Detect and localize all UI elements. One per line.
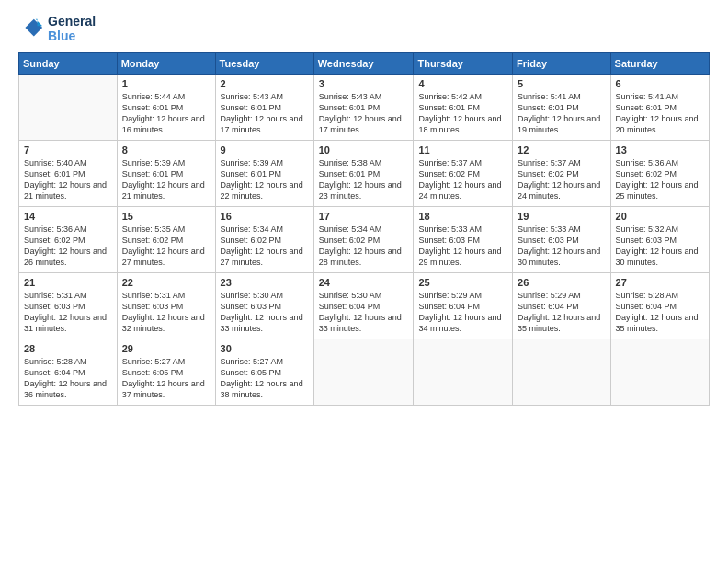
day-number: 5: [518, 78, 605, 89]
calendar-cell: 12Sunrise: 5:37 AM Sunset: 6:02 PM Dayli…: [513, 141, 610, 207]
day-info: Sunrise: 5:27 AM Sunset: 6:05 PM Dayligh…: [122, 356, 210, 401]
calendar-cell: [513, 339, 610, 406]
calendar-cell: 24Sunrise: 5:30 AM Sunset: 6:04 PM Dayli…: [313, 273, 414, 339]
logo-text: General Blue: [48, 14, 96, 43]
day-info: Sunrise: 5:44 AM Sunset: 6:01 PM Dayligh…: [122, 91, 210, 136]
day-info: Sunrise: 5:33 AM Sunset: 6:03 PM Dayligh…: [518, 224, 605, 269]
calendar-cell: 7Sunrise: 5:40 AM Sunset: 6:01 PM Daylig…: [19, 141, 118, 207]
day-number: 13: [616, 144, 704, 155]
day-info: Sunrise: 5:29 AM Sunset: 6:04 PM Dayligh…: [418, 290, 507, 335]
calendar-cell: 28Sunrise: 5:28 AM Sunset: 6:04 PM Dayli…: [19, 339, 118, 406]
day-number: 21: [24, 277, 112, 288]
day-info: Sunrise: 5:30 AM Sunset: 6:03 PM Dayligh…: [221, 290, 309, 335]
day-info: Sunrise: 5:34 AM Sunset: 6:02 PM Dayligh…: [221, 224, 309, 269]
day-info: Sunrise: 5:36 AM Sunset: 6:02 PM Dayligh…: [24, 224, 112, 269]
calendar-cell: 8Sunrise: 5:39 AM Sunset: 6:01 PM Daylig…: [117, 141, 215, 207]
weekday-header: Wednesday: [313, 53, 414, 75]
day-number: 22: [122, 277, 210, 288]
weekday-header: Saturday: [610, 53, 709, 75]
day-info: Sunrise: 5:43 AM Sunset: 6:01 PM Dayligh…: [221, 91, 309, 136]
day-number: 2: [221, 78, 309, 89]
day-info: Sunrise: 5:32 AM Sunset: 6:03 PM Dayligh…: [616, 224, 704, 269]
calendar-cell: 23Sunrise: 5:30 AM Sunset: 6:03 PM Dayli…: [215, 273, 313, 339]
calendar-cell: 16Sunrise: 5:34 AM Sunset: 6:02 PM Dayli…: [215, 207, 313, 273]
day-number: 11: [418, 144, 507, 155]
day-number: 12: [518, 144, 605, 155]
calendar-cell: [19, 75, 118, 141]
day-number: 7: [24, 144, 112, 155]
day-info: Sunrise: 5:36 AM Sunset: 6:02 PM Dayligh…: [616, 157, 704, 202]
day-info: Sunrise: 5:39 AM Sunset: 6:01 PM Dayligh…: [122, 157, 210, 202]
weekday-header: Sunday: [19, 53, 118, 75]
calendar-cell: 11Sunrise: 5:37 AM Sunset: 6:02 PM Dayli…: [414, 141, 513, 207]
day-info: Sunrise: 5:41 AM Sunset: 6:01 PM Dayligh…: [616, 91, 704, 136]
calendar-cell: 2Sunrise: 5:43 AM Sunset: 6:01 PM Daylig…: [215, 75, 313, 141]
day-number: 19: [518, 211, 605, 222]
weekday-header: Monday: [117, 53, 215, 75]
calendar-week-row: 14Sunrise: 5:36 AM Sunset: 6:02 PM Dayli…: [19, 207, 710, 273]
svg-marker-0: [25, 19, 42, 37]
day-info: Sunrise: 5:37 AM Sunset: 6:02 PM Dayligh…: [518, 157, 605, 202]
calendar-cell: 22Sunrise: 5:31 AM Sunset: 6:03 PM Dayli…: [117, 273, 215, 339]
day-number: 3: [319, 78, 409, 89]
page: General Blue SundayMondayTuesdayWednesda…: [0, 0, 728, 563]
day-number: 8: [122, 144, 210, 155]
logo-icon: [18, 16, 44, 41]
day-number: 15: [122, 211, 210, 222]
calendar-week-row: 7Sunrise: 5:40 AM Sunset: 6:01 PM Daylig…: [19, 141, 710, 207]
day-info: Sunrise: 5:31 AM Sunset: 6:03 PM Dayligh…: [122, 290, 210, 335]
calendar-cell: 4Sunrise: 5:42 AM Sunset: 6:01 PM Daylig…: [414, 75, 513, 141]
calendar-week-row: 21Sunrise: 5:31 AM Sunset: 6:03 PM Dayli…: [19, 273, 710, 339]
day-number: 30: [221, 343, 309, 354]
calendar-cell: 19Sunrise: 5:33 AM Sunset: 6:03 PM Dayli…: [513, 207, 610, 273]
day-info: Sunrise: 5:40 AM Sunset: 6:01 PM Dayligh…: [24, 157, 112, 202]
weekday-header: Tuesday: [215, 53, 313, 75]
calendar-cell: 13Sunrise: 5:36 AM Sunset: 6:02 PM Dayli…: [610, 141, 709, 207]
day-number: 25: [418, 277, 507, 288]
calendar-cell: 27Sunrise: 5:28 AM Sunset: 6:04 PM Dayli…: [610, 273, 709, 339]
calendar-cell: 29Sunrise: 5:27 AM Sunset: 6:05 PM Dayli…: [117, 339, 215, 406]
calendar-cell: 18Sunrise: 5:33 AM Sunset: 6:03 PM Dayli…: [414, 207, 513, 273]
day-number: 14: [24, 211, 112, 222]
calendar-week-row: 28Sunrise: 5:28 AM Sunset: 6:04 PM Dayli…: [19, 339, 710, 406]
calendar-table: SundayMondayTuesdayWednesdayThursdayFrid…: [18, 52, 710, 406]
calendar-cell: 25Sunrise: 5:29 AM Sunset: 6:04 PM Dayli…: [414, 273, 513, 339]
day-number: 24: [319, 277, 409, 288]
day-number: 16: [221, 211, 309, 222]
day-number: 27: [616, 277, 704, 288]
calendar-cell: 30Sunrise: 5:27 AM Sunset: 6:05 PM Dayli…: [215, 339, 313, 406]
day-info: Sunrise: 5:30 AM Sunset: 6:04 PM Dayligh…: [319, 290, 409, 335]
day-number: 4: [418, 78, 507, 89]
calendar-cell: 5Sunrise: 5:41 AM Sunset: 6:01 PM Daylig…: [513, 75, 610, 141]
calendar-cell: 20Sunrise: 5:32 AM Sunset: 6:03 PM Dayli…: [610, 207, 709, 273]
day-info: Sunrise: 5:39 AM Sunset: 6:01 PM Dayligh…: [221, 157, 309, 202]
calendar-cell: [313, 339, 414, 406]
calendar-week-row: 1Sunrise: 5:44 AM Sunset: 6:01 PM Daylig…: [19, 75, 710, 141]
day-info: Sunrise: 5:41 AM Sunset: 6:01 PM Dayligh…: [518, 91, 605, 136]
day-number: 20: [616, 211, 704, 222]
calendar-cell: 14Sunrise: 5:36 AM Sunset: 6:02 PM Dayli…: [19, 207, 118, 273]
calendar-cell: 6Sunrise: 5:41 AM Sunset: 6:01 PM Daylig…: [610, 75, 709, 141]
calendar-cell: 3Sunrise: 5:43 AM Sunset: 6:01 PM Daylig…: [313, 75, 414, 141]
day-info: Sunrise: 5:42 AM Sunset: 6:01 PM Dayligh…: [418, 91, 507, 136]
calendar-cell: [610, 339, 709, 406]
calendar-cell: 10Sunrise: 5:38 AM Sunset: 6:01 PM Dayli…: [313, 141, 414, 207]
calendar-cell: 1Sunrise: 5:44 AM Sunset: 6:01 PM Daylig…: [117, 75, 215, 141]
header: General Blue: [18, 14, 710, 43]
day-info: Sunrise: 5:28 AM Sunset: 6:04 PM Dayligh…: [24, 356, 112, 401]
day-info: Sunrise: 5:38 AM Sunset: 6:01 PM Dayligh…: [319, 157, 409, 202]
day-info: Sunrise: 5:37 AM Sunset: 6:02 PM Dayligh…: [418, 157, 507, 202]
day-info: Sunrise: 5:29 AM Sunset: 6:04 PM Dayligh…: [518, 290, 605, 335]
day-number: 23: [221, 277, 309, 288]
weekday-header: Thursday: [414, 53, 513, 75]
day-number: 9: [221, 144, 309, 155]
calendar-cell: 15Sunrise: 5:35 AM Sunset: 6:02 PM Dayli…: [117, 207, 215, 273]
day-number: 17: [319, 211, 409, 222]
day-number: 10: [319, 144, 409, 155]
day-number: 26: [518, 277, 605, 288]
day-number: 1: [122, 78, 210, 89]
calendar-cell: 26Sunrise: 5:29 AM Sunset: 6:04 PM Dayli…: [513, 273, 610, 339]
day-number: 18: [418, 211, 507, 222]
day-info: Sunrise: 5:31 AM Sunset: 6:03 PM Dayligh…: [24, 290, 112, 335]
day-number: 6: [616, 78, 704, 89]
